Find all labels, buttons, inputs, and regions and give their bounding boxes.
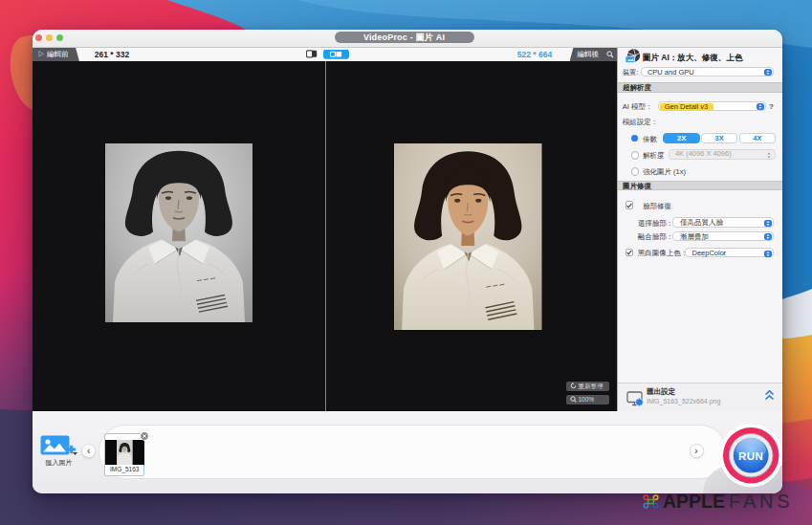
svg-text:RUN: RUN: [738, 450, 763, 462]
